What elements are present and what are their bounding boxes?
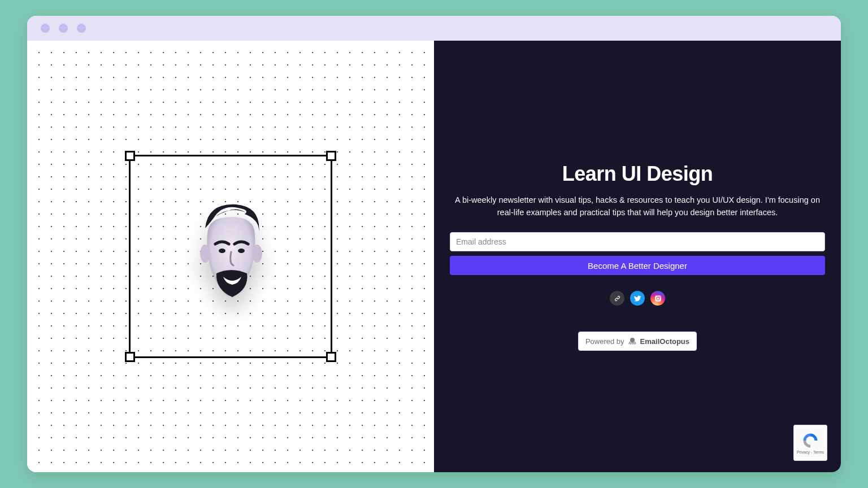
- resize-handle-top-right[interactable]: [326, 151, 336, 161]
- window-minimize-icon[interactable]: [59, 24, 68, 33]
- page-subtitle: A bi-weekly newsletter with visual tips,…: [454, 194, 821, 219]
- powered-by-badge[interactable]: Powered by EmailOctopus: [578, 332, 697, 351]
- powered-by-prefix: Powered by: [585, 337, 624, 346]
- browser-frame: Learn UI Design A bi-weekly newsletter w…: [27, 16, 841, 472]
- svg-point-2: [219, 249, 225, 253]
- svg-point-3: [238, 249, 245, 253]
- link-icon[interactable]: [610, 291, 624, 306]
- instagram-icon[interactable]: [650, 291, 665, 306]
- recaptcha-icon: [802, 432, 819, 449]
- svg-point-1: [252, 245, 262, 263]
- browser-chrome: [27, 16, 841, 41]
- window-close-icon[interactable]: [41, 24, 50, 33]
- window-maximize-icon[interactable]: [77, 24, 86, 33]
- email-field[interactable]: [450, 232, 825, 251]
- content-area: Learn UI Design A bi-weekly newsletter w…: [27, 41, 841, 472]
- twitter-icon[interactable]: [630, 291, 645, 306]
- signup-panel: Learn UI Design A bi-weekly newsletter w…: [434, 41, 841, 472]
- page-title: Learn UI Design: [450, 162, 825, 186]
- submit-button[interactable]: Become A Better Designer: [450, 256, 825, 275]
- signup-form: Learn UI Design A bi-weekly newsletter w…: [450, 162, 825, 351]
- resize-handle-bottom-left[interactable]: [125, 352, 135, 362]
- powered-by-brand: EmailOctopus: [640, 337, 689, 346]
- social-links: [450, 291, 825, 306]
- octopus-icon: [628, 337, 637, 346]
- resize-handle-bottom-right[interactable]: [326, 352, 336, 362]
- svg-point-4: [630, 338, 635, 342]
- resize-handle-top-left[interactable]: [125, 151, 135, 161]
- avatar-image: [183, 194, 279, 319]
- canvas-panel: [27, 41, 434, 472]
- recaptcha-terms: Privacy - Terms: [797, 450, 824, 454]
- svg-point-0: [200, 245, 210, 263]
- recaptcha-badge[interactable]: Privacy - Terms: [793, 425, 827, 461]
- selection-frame[interactable]: [129, 155, 332, 358]
